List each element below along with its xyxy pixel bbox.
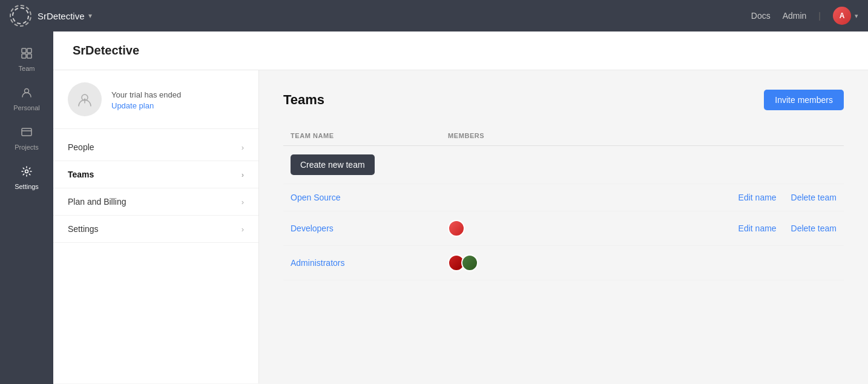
trial-avatar-icon [68,82,102,116]
nav-item-plan-billing[interactable]: Plan and Billing › [53,188,258,216]
left-panel: Your trial has ended Update plan People … [53,70,259,383]
teams-table: TEAM NAME MEMBERS Create new team [283,127,844,280]
chevron-right-icon: › [242,197,244,207]
admin-link[interactable]: Admin [783,11,807,21]
delete-team-link[interactable]: Delete team [791,193,837,202]
user-menu[interactable]: A ▾ [833,7,858,25]
brand-name: SrDetective [38,11,85,21]
team-name-cell: Developers [283,211,441,246]
projects-icon [21,126,33,141]
team-icon [21,47,33,62]
svg-rect-1 [27,48,31,53]
nav-item-teams[interactable]: Teams › [53,161,258,188]
sidebar-item-projects[interactable]: Projects [2,120,51,157]
nav-item-label: Teams [68,170,94,179]
members-cell [441,184,557,211]
chevron-right-icon: › [242,170,244,179]
nav-item-label: Plan and Billing [68,197,127,207]
svg-rect-0 [22,48,26,53]
invite-members-button[interactable]: Invite members [764,90,844,110]
chevron-right-icon: › [242,143,244,152]
chevron-right-icon: › [242,225,244,234]
right-panel: Teams Invite members TEAM NAME MEMBERS [259,70,868,383]
trial-message: Your trial has ended [111,90,181,99]
sidebar-item-team[interactable]: Team [2,41,51,78]
settings-nav: People › Teams › Plan and Billing › Sett… [53,129,258,248]
member-avatar [448,220,465,237]
nav-item-label: Settings [68,224,99,234]
member-avatar [461,254,478,271]
nav-item-settings[interactable]: Settings › [53,216,258,243]
edit-name-link[interactable]: Edit name [738,223,777,233]
create-new-team-button[interactable]: Create new team [291,154,375,175]
nav-item-label: People [68,142,94,152]
col-members: MEMBERS [441,127,557,146]
svg-rect-3 [27,54,31,58]
sidebar-item-settings[interactable]: Settings [2,159,51,196]
create-team-cell: Create new team [283,146,844,184]
open-source-link[interactable]: Open Source [291,193,341,202]
avatar: A [833,7,851,25]
page-header: SrDetective [53,31,868,70]
members-avatars [448,254,550,271]
actions-cell: Edit name Delete team [557,211,844,246]
table-row: Administrators [283,246,844,280]
svg-rect-5 [22,128,31,136]
docs-link[interactable]: Docs [751,11,771,21]
developers-link[interactable]: Developers [291,223,334,233]
content-area: SrDetective Your tri [53,31,868,384]
top-nav-right: Docs Admin | A ▾ [751,7,858,25]
members-cell [441,211,557,246]
personal-icon [21,87,33,102]
trial-banner: Your trial has ended Update plan [53,70,258,129]
trial-info: Your trial has ended Update plan [111,89,181,110]
user-chevron-icon: ▾ [855,12,858,20]
col-team-name: TEAM NAME [283,127,441,146]
members-cell [441,246,557,280]
top-nav: SrDetective ▾ Docs Admin | A ▾ [0,0,868,31]
update-plan-link[interactable]: Update plan [111,101,181,110]
sidebar-item-label: Settings [15,183,39,190]
nav-divider: | [818,11,821,21]
sidebar-item-personal[interactable]: Personal [2,81,51,118]
administrators-link[interactable]: Administrators [291,258,344,268]
team-name-cell: Administrators [283,246,441,280]
section-header: Teams Invite members [283,90,844,110]
nav-item-people[interactable]: People › [53,134,258,161]
logo-icon [10,5,31,27]
sidebar: Team Personal Projects [0,31,53,384]
delete-team-link[interactable]: Delete team [791,223,837,233]
table-row: Open Source Edit name Delete team [283,184,844,211]
section-title: Teams [283,92,324,108]
edit-name-link[interactable]: Edit name [738,193,777,202]
main-layout: Team Personal Projects [0,31,868,384]
svg-rect-2 [22,54,26,58]
sidebar-item-label: Personal [13,104,39,111]
table-header: TEAM NAME MEMBERS [283,127,844,146]
svg-point-8 [84,99,86,101]
settings-icon [21,165,33,180]
table-body: Create new team Open Source [283,146,844,280]
page-title: SrDetective [73,44,849,58]
sidebar-item-label: Team [19,65,35,72]
create-team-row: Create new team [283,146,844,184]
sidebar-item-label: Projects [15,144,39,151]
table-row: Developers Edit name Delete team [283,211,844,246]
inner-layout: Your trial has ended Update plan People … [53,70,868,383]
svg-point-6 [25,170,28,173]
actions-cell [557,246,844,280]
team-name-cell: Open Source [283,184,441,211]
members-avatars [448,220,550,237]
brand-chevron-icon[interactable]: ▾ [88,12,92,20]
actions-cell: Edit name Delete team [557,184,844,211]
